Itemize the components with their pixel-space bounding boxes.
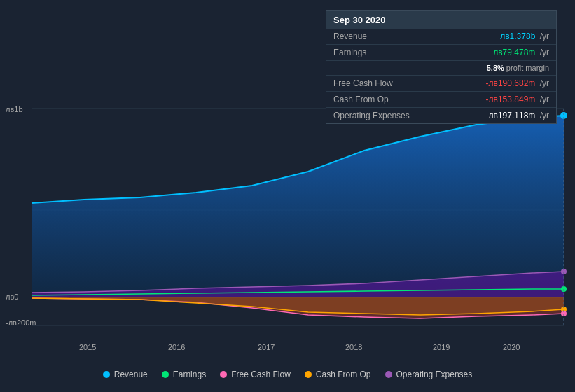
tooltip-profit-margin: 5.8% profit margin <box>487 64 549 72</box>
chart-container: лв1b лв0 -лв200m 2015 2016 2017 2018 201… <box>0 0 575 392</box>
tooltip-revenue-row: Revenue лв1.378b /yr <box>326 29 556 45</box>
tooltip-opex-label: Operating Expenses <box>333 111 410 120</box>
tooltip-card: Sep 30 2020 Revenue лв1.378b /yr Earning… <box>326 10 557 124</box>
tooltip-cashfromop-row: Cash From Op -лв153.849m /yr <box>326 92 556 108</box>
legend-item-cashfromop[interactable]: Cash From Op <box>305 370 371 379</box>
legend-dot-fcf <box>220 371 227 378</box>
y-label-bottom: -лв200m <box>6 318 36 327</box>
legend-label-revenue: Revenue <box>114 370 148 379</box>
tooltip-revenue-value: лв1.378b /yr <box>500 31 549 41</box>
legend-dot-revenue <box>103 371 110 378</box>
legend-item-opex[interactable]: Operating Expenses <box>385 370 473 379</box>
tooltip-opex-row: Operating Expenses лв197.118m /yr <box>326 108 556 123</box>
tooltip-fcf-label: Free Cash Flow <box>333 78 393 88</box>
y-label-mid: лв0 <box>6 293 18 301</box>
tooltip-earnings-value: лв79.478m /yr <box>493 48 549 57</box>
legend-item-revenue[interactable]: Revenue <box>103 370 148 379</box>
legend-label-cashfromop: Cash From Op <box>316 370 371 379</box>
x-label-2019: 2019 <box>433 343 450 351</box>
x-label-2020: 2020 <box>503 343 520 351</box>
y-label-top: лв1b <box>6 105 23 113</box>
x-label-2018: 2018 <box>345 343 362 351</box>
x-label-2017: 2017 <box>258 343 275 351</box>
legend-dot-cashfromop <box>305 371 312 378</box>
tooltip-cashfromop-value: -лв153.849m /yr <box>486 94 549 104</box>
x-label-2015: 2015 <box>79 343 96 351</box>
x-label-2016: 2016 <box>168 343 185 351</box>
legend-item-earnings[interactable]: Earnings <box>162 370 206 379</box>
legend-dot-opex <box>385 371 392 378</box>
tooltip-revenue-label: Revenue <box>333 31 367 41</box>
tooltip-fcf-row: Free Cash Flow -лв190.682m /yr <box>326 76 556 92</box>
tooltip-cashfromop-label: Cash From Op <box>333 94 389 104</box>
legend-label-opex: Operating Expenses <box>396 370 473 379</box>
tooltip-profit-margin-row: 5.8% profit margin <box>326 61 556 76</box>
tooltip-date: Sep 30 2020 <box>326 11 556 29</box>
chart-legend: Revenue Earnings Free Cash Flow Cash Fro… <box>0 364 575 385</box>
tooltip-earnings-row: Earnings лв79.478m /yr <box>326 45 556 61</box>
legend-label-fcf: Free Cash Flow <box>231 370 291 379</box>
tooltip-fcf-value: -лв190.682m /yr <box>486 78 549 88</box>
legend-label-earnings: Earnings <box>173 370 206 379</box>
legend-item-fcf[interactable]: Free Cash Flow <box>220 370 291 379</box>
tooltip-earnings-label: Earnings <box>333 48 366 57</box>
legend-dot-earnings <box>162 371 169 378</box>
tooltip-opex-value: лв197.118m /yr <box>489 111 549 120</box>
